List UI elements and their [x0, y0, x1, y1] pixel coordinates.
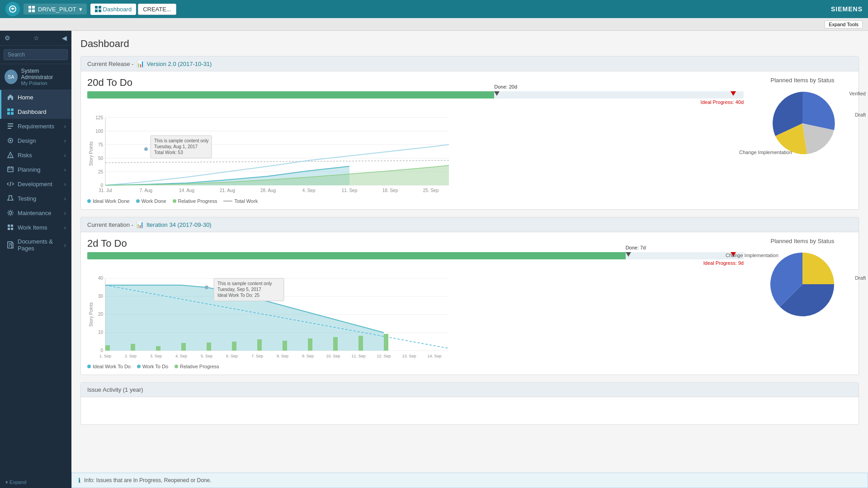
sidebar-expand[interactable]: ▾ Expand — [0, 477, 71, 488]
current-iteration-section: Current Iteration - 📊 Iteration 34 (2017… — [80, 217, 859, 375]
release-done-label: Done: 20d — [494, 84, 517, 89]
ideal-work-done-dot — [87, 199, 91, 203]
sidebar-item-planning[interactable]: Planning › — [0, 162, 71, 177]
svg-text:50: 50 — [98, 156, 104, 161]
sidebar-item-design[interactable]: Design › — [0, 133, 71, 148]
page-title: Dashboard — [80, 38, 859, 50]
design-expand-icon: › — [64, 137, 66, 144]
release-header-text: Current Release - — [87, 61, 134, 67]
main-layout: ⚙ ☆ ◀ SA System Administrator My Polario… — [0, 31, 868, 488]
svg-text:100: 100 — [95, 129, 103, 134]
release-pie-label-draft: Draft — [855, 112, 866, 117]
sidebar-nav: Home Dashboard Requirements › Design › R… — [0, 90, 71, 477]
release-pie-label-change: Change Implementation — [739, 150, 792, 155]
svg-rect-28 — [8, 225, 10, 227]
app-logo[interactable] — [5, 2, 20, 16]
user-sub: My Polarion — [21, 80, 67, 86]
release-done-bar — [87, 91, 494, 99]
svg-rect-98 — [232, 342, 236, 351]
sidebar-item-requirements[interactable]: Requirements › — [0, 119, 71, 133]
svg-text:4. Sep: 4. Sep — [302, 188, 316, 193]
svg-rect-12 — [7, 112, 10, 115]
brand-name: SIEMENS — [831, 5, 863, 13]
sidebar-item-risks[interactable]: Risks › — [0, 148, 71, 162]
testing-icon — [7, 195, 14, 202]
svg-text:25: 25 — [98, 169, 104, 174]
legend-iter-relative-progress: Relative Progress — [175, 364, 219, 369]
svg-rect-97 — [207, 343, 211, 351]
svg-point-61 — [144, 147, 148, 151]
svg-rect-2 — [28, 6, 31, 9]
svg-rect-21 — [8, 167, 13, 172]
project-selector[interactable]: DRIVE_PILOT ▾ — [24, 4, 87, 14]
info-icon: ℹ — [78, 477, 80, 484]
svg-text:75: 75 — [98, 142, 104, 147]
svg-rect-104 — [384, 334, 388, 351]
iteration-done-bar — [87, 252, 626, 259]
work-todo-dot — [137, 365, 141, 368]
release-pie-right: Planned Items by Status — [753, 77, 852, 204]
work-done-dot — [136, 199, 140, 203]
sidebar-item-docs[interactable]: Documents & Pages › — [0, 235, 71, 255]
secondbar: Expand Tools — [0, 18, 868, 31]
svg-rect-11 — [11, 108, 14, 111]
expand-tools-button[interactable]: Expand Tools — [825, 20, 863, 28]
svg-text:40: 40 — [98, 276, 104, 281]
star-icon[interactable]: ☆ — [33, 34, 39, 42]
iteration-header-text: Current Iteration - — [87, 221, 133, 228]
release-pie-label-verified: Verified — [849, 91, 866, 96]
settings-icon[interactable]: ⚙ — [5, 34, 10, 42]
svg-rect-30 — [8, 228, 10, 230]
design-icon — [7, 137, 14, 144]
current-release-section: Current Release - 📊 Version 2.0 (2017-10… — [80, 56, 859, 210]
release-pie-title: Planned Items by Status — [753, 77, 852, 84]
iteration-pie-title: Planned Items by Status — [753, 238, 852, 244]
iteration-version-link[interactable]: Iteration 34 (2017-09-30) — [146, 221, 212, 228]
topbar: DRIVE_PILOT ▾ Dashboard CREATE... SIEMEN… — [0, 0, 868, 18]
maintenance-expand-icon: › — [64, 210, 66, 216]
iteration-chart-legend: Ideal Work To Do Work To Do Relative Pro… — [87, 364, 744, 369]
sidebar-item-maintenance[interactable]: Maintenance › — [0, 206, 71, 220]
svg-text:21. Aug: 21. Aug — [220, 188, 235, 193]
release-chart-left: 20d To Do Done: 20d Ideal Progress: 40d — [87, 77, 744, 204]
search-input[interactable] — [4, 49, 68, 60]
svg-text:Ideal Work To Do: 25: Ideal Work To Do: 25 — [217, 293, 259, 298]
iteration-chart-svg: 0 10 20 30 40 Story Points 1. Sep 2. Sep… — [87, 269, 458, 360]
chart-bar-icon: 📊 — [137, 60, 144, 67]
current-release-body: 20d To Do Done: 20d Ideal Progress: 40d — [81, 71, 859, 209]
sidebar-item-home[interactable]: Home — [0, 90, 71, 104]
release-ideal-marker — [731, 91, 736, 96]
legend-ideal-work-todo: Ideal Work To Do — [87, 364, 131, 369]
nav-dashboard[interactable]: Dashboard — [90, 4, 137, 15]
release-burnup-chart: 0 25 50 75 100 125 Story Points 31. Jul … — [87, 108, 744, 204]
issue-activity-section: Issue Activity (1 year) — [80, 382, 859, 425]
svg-rect-14 — [8, 123, 13, 124]
svg-text:5. Sep: 5. Sep — [201, 354, 212, 358]
svg-text:6. Sep: 6. Sep — [226, 354, 238, 358]
collapse-icon[interactable]: ◀ — [62, 34, 67, 42]
svg-rect-94 — [131, 344, 135, 351]
iteration-done-label: Done: 7d — [626, 245, 646, 250]
svg-text:This is sample content only: This is sample content only — [217, 281, 272, 286]
sidebar-item-workitems[interactable]: Work Items › — [0, 220, 71, 235]
iter-relative-progress-dot — [175, 365, 178, 368]
development-expand-icon: › — [64, 181, 66, 188]
create-button[interactable]: CREATE... — [138, 4, 176, 15]
release-todo-title: 20d To Do — [87, 77, 744, 89]
svg-text:10: 10 — [98, 330, 104, 335]
iteration-chart-left: 2d To Do Done: 7d Ideal Progress: 9d — [87, 238, 744, 369]
sidebar-item-dashboard[interactable]: Dashboard — [0, 104, 71, 119]
sidebar-item-testing[interactable]: Testing › — [0, 191, 71, 206]
svg-text:125: 125 — [95, 115, 103, 120]
issue-activity-body — [81, 397, 859, 424]
docs-expand-icon: › — [64, 242, 66, 249]
svg-text:8. Sep: 8. Sep — [277, 354, 288, 358]
svg-rect-13 — [11, 112, 14, 115]
sidebar-item-development[interactable]: Development › — [0, 177, 71, 191]
svg-rect-102 — [333, 337, 338, 351]
release-version-link[interactable]: Version 2.0 (2017-10-31) — [147, 61, 212, 67]
svg-text:18. Sep: 18. Sep — [382, 188, 398, 193]
iteration-pie-container: Change Implementation Draft — [753, 248, 852, 320]
svg-text:13. Sep: 13. Sep — [402, 354, 416, 358]
iteration-chart-icon: 📊 — [136, 221, 144, 228]
